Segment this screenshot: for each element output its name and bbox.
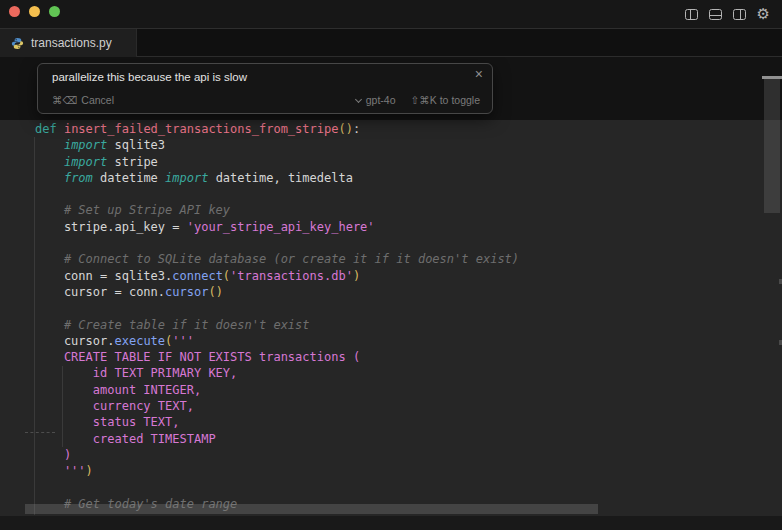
toggle-primary-sidebar-icon[interactable] [685, 9, 698, 20]
code-line: currency TEXT, [0, 398, 762, 414]
prompt-footer: ⌘⌫ Cancel gpt-4o ⇧⌘K to toggle [52, 94, 480, 106]
app-window: ⚙ transactions.py × ⌘⌫ Cancel [0, 0, 782, 530]
code-line: created TIMESTAMP [0, 431, 762, 447]
code-line: stripe.api_key = 'your_stripe_api_key_he… [0, 219, 762, 235]
code-line [0, 235, 762, 251]
python-icon [11, 37, 24, 50]
cancel-button[interactable]: ⌘⌫ Cancel [52, 94, 114, 106]
code-line: ''') [0, 463, 762, 479]
vertical-scrollbar[interactable] [764, 79, 780, 213]
inline-edit-widget: × ⌘⌫ Cancel gpt-4o ⇧⌘K to toggle [37, 63, 493, 114]
code-line: ) [0, 447, 762, 463]
cancel-shortcut: ⌘⌫ [52, 94, 77, 106]
toggle-panel-icon[interactable] [709, 9, 722, 20]
prompt-input[interactable] [52, 71, 452, 83]
code-line: import stripe [0, 154, 762, 170]
code-line: from datetime import datetime, timedelta [0, 170, 762, 186]
code-line: conn = sqlite3.connect('transactions.db'… [0, 268, 762, 284]
folded-region-marker [25, 432, 55, 433]
tab-label: transactions.py [31, 36, 112, 50]
code-line: id TEXT PRIMARY KEY, [0, 365, 762, 381]
code-line: import sqlite3 [0, 137, 762, 153]
code-line: CREATE TABLE IF NOT EXISTS transactions … [0, 349, 762, 365]
window-bottom-edge [0, 516, 782, 530]
model-label: gpt-4o [366, 94, 396, 106]
code-line [0, 186, 762, 202]
code-line: cursor = conn.cursor() [0, 284, 762, 300]
code-area[interactable]: def insert_failed_transactions_from_stri… [0, 121, 762, 512]
code-line: def insert_failed_transactions_from_stri… [0, 121, 762, 137]
traffic-lights [9, 6, 60, 17]
toggle-hint: ⇧⌘K to toggle [410, 94, 480, 106]
cancel-label: Cancel [81, 94, 114, 106]
code-line: # Connect to SQLite database (or create … [0, 251, 762, 267]
tab-transactions-py[interactable]: transactions.py [0, 29, 137, 57]
code-line [0, 300, 762, 316]
code-line: # Set up Stripe API key [0, 202, 762, 218]
settings-gear-icon[interactable]: ⚙ [757, 6, 770, 21]
minimize-window-button[interactable] [29, 6, 40, 17]
titlebar: ⚙ [0, 0, 782, 28]
code-line [0, 480, 762, 496]
code-line: amount INTEGER, [0, 382, 762, 398]
close-icon[interactable]: × [475, 67, 483, 81]
zoom-window-button[interactable] [49, 6, 60, 17]
tab-bar: transactions.py [0, 28, 782, 57]
layout-controls: ⚙ [685, 0, 770, 28]
chevron-down-icon [355, 95, 362, 102]
close-window-button[interactable] [9, 6, 20, 17]
toggle-secondary-sidebar-icon[interactable] [733, 9, 746, 20]
code-line: status TEXT, [0, 414, 762, 430]
horizontal-scrollbar[interactable] [25, 504, 598, 514]
code-line: # Create table if it doesn't exist [0, 317, 762, 333]
prompt-footer-right: gpt-4o ⇧⌘K to toggle [356, 94, 480, 106]
code-line: cursor.execute(''' [0, 333, 762, 349]
editor[interactable]: × ⌘⌫ Cancel gpt-4o ⇧⌘K to toggle def ins… [0, 57, 782, 516]
model-selector[interactable]: gpt-4o [356, 94, 396, 106]
